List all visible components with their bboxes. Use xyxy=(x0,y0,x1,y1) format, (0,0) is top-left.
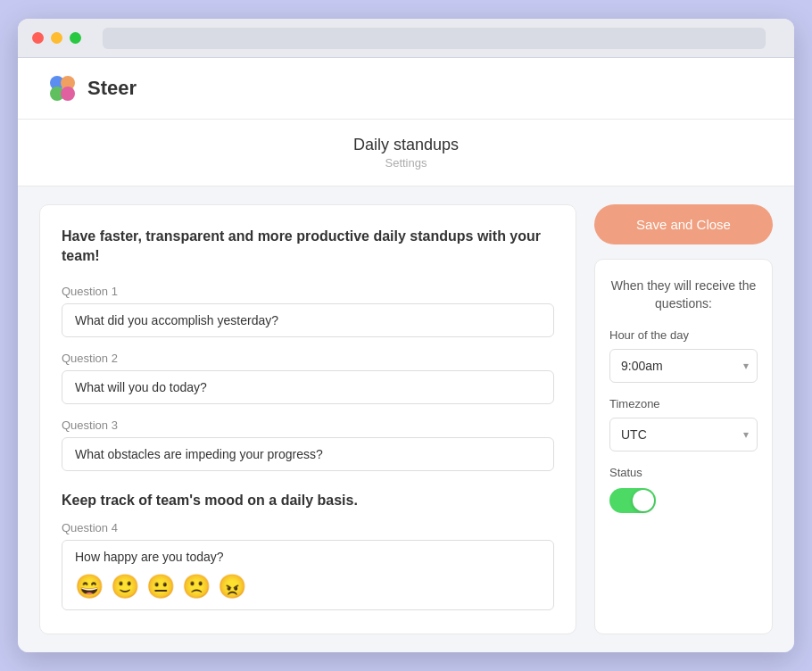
question-4-label: Question 4 xyxy=(62,521,554,534)
page-header: Daily standups Settings xyxy=(18,120,794,186)
question-3-input[interactable] xyxy=(62,437,554,471)
logo-area: Steer xyxy=(46,72,766,104)
question-2-input[interactable] xyxy=(62,370,554,404)
question-4-wrapper: How happy are you today? 😄 🙂 😐 🙁 😠 xyxy=(62,540,554,610)
timezone-select-wrapper: UTC US/Eastern US/Pacific Europe/London … xyxy=(609,418,758,451)
emoji-slightly-sad[interactable]: 🙁 xyxy=(182,573,211,601)
toggle-knob xyxy=(633,490,654,511)
page-title: Daily standups xyxy=(34,136,778,154)
question-3-group: Question 3 xyxy=(62,418,554,485)
status-toggle[interactable] xyxy=(609,488,656,513)
emoji-neutral[interactable]: 😐 xyxy=(146,573,175,601)
mood-section: Keep track of team's mood on a daily bas… xyxy=(62,493,554,610)
browser-window: Steer Daily standups Settings Have faste… xyxy=(18,19,794,652)
hour-label: Hour of the day xyxy=(609,328,758,342)
left-panel: Have faster, transparent and more produc… xyxy=(39,204,576,634)
emoji-angry[interactable]: 😠 xyxy=(218,573,246,601)
question-1-label: Question 1 xyxy=(62,285,554,298)
when-label: When they will receive the questions: xyxy=(609,278,758,312)
hour-select[interactable]: 9:00am 8:00am 10:00am 11:00am xyxy=(609,349,758,383)
mood-heading: Keep track of team's mood on a daily bas… xyxy=(62,493,554,509)
timezone-label: Timezone xyxy=(609,397,758,410)
page-subtitle: Settings xyxy=(34,156,778,170)
browser-content: Steer Daily standups Settings Have faste… xyxy=(18,58,794,652)
save-close-button[interactable]: Save and Close xyxy=(594,204,773,244)
traffic-light-green[interactable] xyxy=(70,32,81,44)
hour-select-wrapper: 9:00am 8:00am 10:00am 11:00am ▾ xyxy=(609,349,758,383)
logo-text: Steer xyxy=(87,77,137,100)
question-2-label: Question 2 xyxy=(62,352,554,365)
url-bar xyxy=(103,28,766,49)
section1-heading: Have faster, transparent and more produc… xyxy=(62,227,554,267)
timezone-select[interactable]: UTC US/Eastern US/Pacific Europe/London xyxy=(609,418,758,451)
title-bar xyxy=(18,19,794,58)
question-3-label: Question 3 xyxy=(62,418,554,432)
settings-card: When they will receive the questions: Ho… xyxy=(594,259,773,634)
question-1-group: Question 1 xyxy=(62,285,554,352)
emoji-row: 😄 🙂 😐 🙁 😠 xyxy=(75,573,541,601)
status-label: Status xyxy=(609,466,758,479)
traffic-light-red[interactable] xyxy=(32,32,44,44)
steer-logo-icon xyxy=(46,72,79,104)
emoji-slightly-happy[interactable]: 🙂 xyxy=(111,573,139,601)
question-4-text: How happy are you today? xyxy=(75,550,541,564)
traffic-light-yellow[interactable] xyxy=(51,32,62,44)
question-1-input[interactable] xyxy=(62,303,554,337)
main-content: Have faster, transparent and more produc… xyxy=(18,186,794,652)
emoji-happy[interactable]: 😄 xyxy=(75,573,104,601)
app-header: Steer xyxy=(18,58,794,120)
svg-point-3 xyxy=(61,87,75,101)
right-panel: Save and Close When they will receive th… xyxy=(594,204,773,634)
question-2-group: Question 2 xyxy=(62,352,554,418)
